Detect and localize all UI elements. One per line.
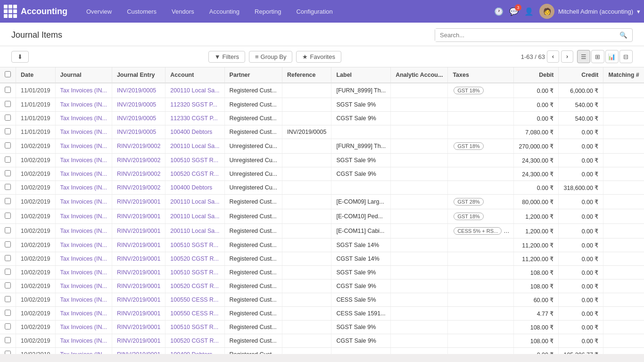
cell-account[interactable]: 112330 CGST P... (165, 112, 224, 125)
cell-entry[interactable]: RINV/2019/0001 (112, 348, 165, 354)
row-checkbox-cell[interactable] (0, 280, 16, 293)
header-account[interactable]: Account (165, 67, 224, 83)
user-menu[interactable]: 🧑 Mitchell Admin (accounting) ▾ (539, 4, 640, 19)
clock-icon[interactable]: 🕐 (494, 7, 504, 16)
row-checkbox-cell[interactable] (0, 112, 16, 125)
cell-journal[interactable]: Tax Invoices (IN... (55, 280, 112, 293)
search-input[interactable] (435, 29, 615, 41)
row-checkbox[interactable] (5, 337, 11, 343)
cell-entry[interactable]: INV/2019/0005 (112, 125, 165, 139)
cell-entry[interactable]: INV/2019/0005 (112, 98, 165, 112)
cell-account[interactable]: 100520 CGST R... (165, 252, 224, 266)
cell-entry[interactable]: INV/2019/0005 (112, 112, 165, 125)
cell-entry[interactable]: RINV/2019/0002 (112, 139, 165, 154)
pivot-view-button[interactable]: ⊟ (619, 50, 633, 63)
table-row[interactable]: 10/02/2019 Tax Invoices (IN... RINV/2019… (0, 321, 644, 334)
menu-configuration[interactable]: Configuration (289, 0, 340, 23)
cell-journal[interactable]: Tax Invoices (IN... (55, 348, 112, 354)
grid-menu-icon[interactable] (4, 5, 17, 18)
cell-entry[interactable]: RINV/2019/0001 (112, 280, 165, 293)
header-journal[interactable]: Journal (55, 67, 112, 83)
header-debit[interactable]: Debit (514, 67, 559, 83)
cell-entry[interactable]: INV/2019/0005 (112, 83, 165, 98)
menu-overview[interactable]: Overview (79, 0, 119, 23)
table-row[interactable]: 11/01/2019 Tax Invoices (IN... INV/2019/… (0, 98, 644, 112)
row-checkbox-cell[interactable] (0, 83, 16, 98)
cell-account[interactable]: 100520 CGST R... (165, 280, 224, 293)
header-reference[interactable]: Reference (282, 67, 331, 83)
select-all-checkbox[interactable] (5, 71, 11, 77)
cell-entry[interactable]: RINV/2019/0001 (112, 209, 165, 224)
chart-view-button[interactable]: 📊 (605, 50, 619, 63)
cell-account[interactable]: 100510 SGST R... (165, 266, 224, 280)
download-button[interactable]: ⬇ (11, 51, 29, 63)
cell-journal[interactable]: Tax Invoices (IN... (55, 112, 112, 125)
row-checkbox[interactable] (5, 282, 11, 288)
row-checkbox-cell[interactable] (0, 139, 16, 154)
cell-account[interactable]: 200110 Local Sa... (165, 195, 224, 209)
table-row[interactable]: 10/02/2019 Tax Invoices (IN... RINV/2019… (0, 293, 644, 307)
cell-account[interactable]: 100510 SGST R... (165, 321, 224, 334)
cell-entry[interactable]: RINV/2019/0001 (112, 252, 165, 266)
table-row[interactable]: 10/02/2019 Tax Invoices (IN... RINV/2019… (0, 209, 644, 224)
menu-reporting[interactable]: Reporting (247, 0, 289, 23)
row-checkbox-cell[interactable] (0, 252, 16, 266)
cell-journal[interactable]: Tax Invoices (IN... (55, 181, 112, 195)
table-row[interactable]: 10/02/2019 Tax Invoices (IN... RINV/2019… (0, 224, 644, 239)
list-view-button[interactable]: ☰ (577, 50, 590, 63)
table-row[interactable]: 10/02/2019 Tax Invoices (IN... RINV/2019… (0, 252, 644, 266)
row-checkbox-cell[interactable] (0, 224, 16, 239)
cell-account[interactable]: 200110 Local Sa... (165, 83, 224, 98)
table-row[interactable]: 10/02/2019 Tax Invoices (IN... RINV/2019… (0, 181, 644, 195)
cell-entry[interactable]: RINV/2019/0002 (112, 167, 165, 181)
header-partner[interactable]: Partner (224, 67, 282, 83)
cell-journal[interactable]: Tax Invoices (IN... (55, 266, 112, 280)
row-checkbox-cell[interactable] (0, 334, 16, 348)
header-analytic[interactable]: Analytic Accou... (391, 67, 448, 83)
row-checkbox-cell[interactable] (0, 154, 16, 167)
table-row[interactable]: 10/02/2019 Tax Invoices (IN... RINV/2019… (0, 195, 644, 209)
cell-account[interactable]: 100400 Debtors (165, 125, 224, 139)
table-row[interactable]: 10/02/2019 Tax Invoices (IN... RINV/2019… (0, 167, 644, 181)
cell-journal[interactable]: Tax Invoices (IN... (55, 83, 112, 98)
favorites-button[interactable]: ★ Favorites (296, 51, 341, 63)
table-row[interactable]: 11/01/2019 Tax Invoices (IN... INV/2019/… (0, 112, 644, 125)
table-row[interactable]: 11/01/2019 Tax Invoices (IN... INV/2019/… (0, 83, 644, 98)
cell-account[interactable]: 100400 Debtors (165, 181, 224, 195)
menu-customers[interactable]: Customers (119, 0, 164, 23)
cell-journal[interactable]: Tax Invoices (IN... (55, 307, 112, 321)
cell-account[interactable]: 100550 CESS R... (165, 307, 224, 321)
cell-account[interactable]: 200110 Local Sa... (165, 224, 224, 239)
row-checkbox[interactable] (5, 198, 11, 204)
cell-journal[interactable]: Tax Invoices (IN... (55, 209, 112, 224)
row-checkbox-cell[interactable] (0, 195, 16, 209)
header-date[interactable]: Date (16, 67, 56, 83)
table-row[interactable]: 10/02/2019 Tax Invoices (IN... RINV/2019… (0, 348, 644, 354)
table-wrapper[interactable]: Date Journal Journal Entry Account Partn… (0, 67, 644, 354)
row-checkbox[interactable] (5, 128, 11, 134)
cell-journal[interactable]: Tax Invoices (IN... (55, 195, 112, 209)
row-checkbox-cell[interactable] (0, 209, 16, 224)
cell-journal[interactable]: Tax Invoices (IN... (55, 154, 112, 167)
row-checkbox[interactable] (5, 269, 11, 275)
cell-entry[interactable]: RINV/2019/0001 (112, 293, 165, 307)
cell-account[interactable]: 100520 CGST R... (165, 334, 224, 348)
row-checkbox[interactable] (5, 351, 11, 354)
cell-entry[interactable]: RINV/2019/0001 (112, 266, 165, 280)
row-checkbox[interactable] (5, 227, 11, 233)
cell-journal[interactable]: Tax Invoices (IN... (55, 239, 112, 252)
cell-account[interactable]: 100550 CESS R... (165, 293, 224, 307)
cell-entry[interactable]: RINV/2019/0001 (112, 334, 165, 348)
cell-entry[interactable]: RINV/2019/0001 (112, 195, 165, 209)
row-checkbox[interactable] (5, 142, 11, 148)
row-checkbox[interactable] (5, 241, 11, 247)
row-checkbox[interactable] (5, 170, 11, 176)
cell-journal[interactable]: Tax Invoices (IN... (55, 125, 112, 139)
cell-journal[interactable]: Tax Invoices (IN... (55, 167, 112, 181)
row-checkbox-cell[interactable] (0, 98, 16, 112)
row-checkbox-cell[interactable] (0, 307, 16, 321)
row-checkbox-cell[interactable] (0, 321, 16, 334)
header-matching[interactable]: Matching # (603, 67, 644, 83)
row-checkbox[interactable] (5, 87, 11, 93)
row-checkbox-cell[interactable] (0, 293, 16, 307)
